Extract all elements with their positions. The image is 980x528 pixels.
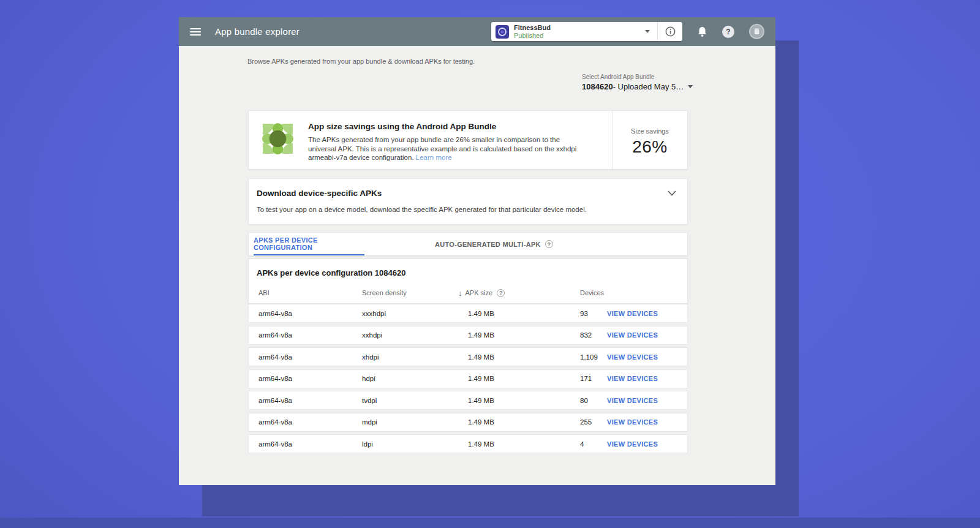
chevron-down-icon — [645, 30, 650, 33]
table-row: arm64-v8a ldpi 1.49 MB 4 VIEW DEVICES — [248, 434, 688, 453]
bundle-select-dropdown[interactable]: Select Android App Bundle 1084620 - Uplo… — [582, 74, 693, 91]
download-card-title: Download device-specific APKs — [257, 189, 382, 198]
view-devices-link[interactable]: VIEW DEVICES — [607, 397, 687, 404]
cell-devices: 4 — [580, 440, 607, 448]
cell-screen-density: xxxhdpi — [362, 310, 468, 317]
savings-card-title: App size savings using the Android App B… — [308, 122, 587, 131]
cell-screen-density: xhdpi — [362, 353, 468, 361]
cell-devices: 93 — [580, 310, 607, 317]
cell-apk-size: 1.49 MB — [468, 375, 580, 382]
notifications-bell-icon[interactable] — [697, 26, 707, 37]
column-devices: Devices — [580, 289, 607, 296]
cell-devices: 171 — [580, 375, 607, 382]
cell-devices: 1,109 — [580, 353, 607, 361]
info-icon[interactable] — [658, 26, 682, 37]
table-heading: APKs per device configuration 1084620 — [257, 268, 687, 277]
cell-screen-density: hdpi — [362, 375, 468, 382]
tabs-bar: APKS PER DEVICE CONFIGURATION AUTO-GENER… — [248, 232, 688, 256]
cell-devices: 255 — [580, 418, 607, 426]
bundle-select-value: 1084620 - Uploaded May 5… — [582, 82, 693, 91]
menu-icon[interactable] — [190, 28, 201, 36]
sort-descending-icon: ↓ — [458, 289, 462, 298]
cell-abi: arm64-v8a — [258, 375, 362, 382]
app-bundle-explorer-window: App bundle explorer FitnessBud Published — [179, 17, 775, 485]
table-column-headers: ABI Screen density ↓ APK size ? Devices — [249, 286, 687, 300]
cell-screen-density: mdpi — [362, 418, 468, 426]
cell-apk-size: 1.49 MB — [468, 440, 580, 448]
view-devices-link[interactable]: VIEW DEVICES — [607, 353, 687, 361]
tab-apks-per-device-configuration[interactable]: APKS PER DEVICE CONFIGURATION — [254, 233, 364, 255]
savings-card-body: The APKs generated from your app bundle … — [308, 135, 587, 162]
expand-chevron-icon[interactable] — [668, 190, 676, 196]
help-icon: ? — [497, 289, 505, 297]
table-row: arm64-v8a mdpi 1.49 MB 255 VIEW DEVICES — [248, 413, 688, 432]
view-devices-link[interactable]: VIEW DEVICES — [607, 310, 687, 317]
cell-abi: arm64-v8a — [258, 440, 362, 448]
download-card-body: To test your app on a device model, down… — [257, 206, 676, 213]
view-devices-link[interactable]: VIEW DEVICES — [607, 418, 687, 426]
table-row: arm64-v8a hdpi 1.49 MB 171 VIEW DEVICES — [248, 369, 688, 388]
help-icon: ? — [545, 240, 553, 248]
selected-app-name: FitnessBud — [514, 24, 641, 32]
cell-abi: arm64-v8a — [258, 418, 362, 426]
cell-abi: arm64-v8a — [258, 353, 362, 361]
page-description: Browse APKs generated from your app bund… — [247, 58, 475, 65]
column-apk-size-sort[interactable]: ↓ APK size ? — [458, 289, 580, 298]
column-abi: ABI — [258, 289, 362, 296]
app-bundle-icon — [261, 122, 295, 156]
chevron-down-icon — [688, 85, 693, 88]
view-devices-link[interactable]: VIEW DEVICES — [607, 375, 687, 382]
table-row: arm64-v8a xhdpi 1.49 MB 1,109 VIEW DEVIC… — [248, 347, 688, 366]
cell-abi: arm64-v8a — [258, 310, 362, 317]
view-devices-link[interactable]: VIEW DEVICES — [607, 331, 687, 339]
cell-screen-density: xxhdpi — [362, 331, 468, 339]
cell-devices: 80 — [580, 397, 607, 404]
page-title: App bundle explorer — [215, 26, 300, 37]
help-icon[interactable]: ? — [722, 26, 734, 38]
cell-apk-size: 1.49 MB — [468, 353, 580, 361]
app-logo-icon — [496, 25, 509, 39]
app-selector-dropdown[interactable]: FitnessBud Published — [491, 22, 682, 41]
bundle-select-label: Select Android App Bundle — [582, 74, 693, 80]
download-apks-card: Download device-specific APKs To test yo… — [248, 178, 688, 225]
tab-auto-generated-multi-apk[interactable]: AUTO-GENERATED MULTI-APK ? — [435, 233, 553, 255]
learn-more-link[interactable]: Learn more — [416, 154, 452, 161]
cell-apk-size: 1.49 MB — [468, 331, 580, 339]
cell-screen-density: ldpi — [362, 440, 468, 448]
cell-apk-size: 1.49 MB — [468, 397, 580, 404]
cell-screen-density: tvdpi — [362, 397, 468, 404]
column-screen-density: Screen density — [362, 289, 468, 296]
size-savings-card: App size savings using the Android App B… — [248, 110, 688, 170]
selected-app-status: Published — [514, 32, 641, 40]
table-row: arm64-v8a xxhdpi 1.49 MB 832 VIEW DEVICE… — [248, 326, 688, 345]
cell-apk-size: 1.49 MB — [468, 310, 580, 317]
cell-abi: arm64-v8a — [258, 331, 362, 339]
account-avatar[interactable] — [749, 24, 764, 39]
top-app-bar: App bundle explorer FitnessBud Published — [179, 17, 775, 46]
cell-abi: arm64-v8a — [258, 397, 362, 404]
table-row: arm64-v8a xxxhdpi 1.49 MB 93 VIEW DEVICE… — [248, 304, 688, 323]
view-devices-link[interactable]: VIEW DEVICES — [607, 440, 687, 448]
table-rows: arm64-v8a xxxhdpi 1.49 MB 93 VIEW DEVICE… — [248, 304, 688, 456]
size-savings-value: 26% — [612, 137, 687, 157]
size-savings-summary: Size savings 26% — [612, 111, 687, 169]
cell-devices: 832 — [580, 331, 607, 339]
table-row: arm64-v8a tvdpi 1.49 MB 80 VIEW DEVICES — [248, 391, 688, 410]
background-bottom-band — [0, 518, 980, 528]
android-robot-icon — [749, 24, 764, 39]
size-savings-label: Size savings — [612, 127, 687, 135]
apk-table-header-card: APKs per device configuration 1084620 AB… — [248, 258, 688, 304]
cell-apk-size: 1.49 MB — [468, 418, 580, 426]
